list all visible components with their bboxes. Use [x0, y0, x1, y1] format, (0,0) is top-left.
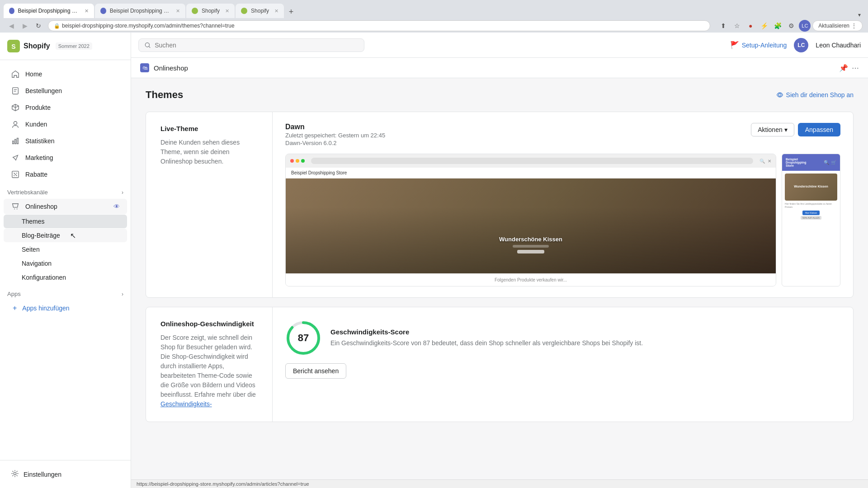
- preview-image-overlay: [286, 178, 776, 273]
- forward-button[interactable]: ▶: [19, 20, 31, 32]
- tab2-label: Beispiel Dropshipping Store: [110, 8, 170, 14]
- main-area: 🚩 Setup-Anleitung LC Leon Chaudhari 🛍 On…: [131, 33, 868, 488]
- tab-2[interactable]: Beispiel Dropshipping Store ✕: [95, 4, 185, 18]
- speed-score-title: Geschwindigkeits-Score: [330, 328, 643, 336]
- tab-dropdown[interactable]: ▾: [858, 12, 864, 18]
- discounts-icon: [11, 170, 20, 179]
- more-options-button[interactable]: ⋯: [852, 64, 859, 72]
- dot-green: [301, 159, 305, 163]
- search-bar[interactable]: [138, 38, 364, 52]
- vertriebskanaele-header[interactable]: Vertriebskanäle ›: [0, 186, 131, 198]
- settings-label: Einstellungen: [24, 471, 61, 478]
- live-theme-title: Live-Theme: [160, 125, 258, 132]
- sidebar-item-produkte[interactable]: Produkte: [4, 99, 127, 116]
- svg-rect-5: [15, 139, 16, 144]
- tab-3[interactable]: Shopify ✕: [186, 4, 235, 18]
- add-apps-icon: +: [13, 304, 17, 312]
- reload-button[interactable]: ↻: [33, 20, 44, 32]
- sidebar-subitem-blog-beitraege[interactable]: ↖ Blog-Beiträge: [4, 229, 127, 242]
- tab-1[interactable]: Beispiel Dropshipping Store ·... ✕: [4, 4, 94, 18]
- tab-bar: Beispiel Dropshipping Store ·... ✕ Beisp…: [0, 0, 868, 18]
- score-number: 87: [298, 332, 309, 344]
- mini-preview-desc-text: Hier finden Sie Ihre Lieblingsprodukte z…: [785, 202, 837, 209]
- home-icon: [11, 70, 20, 79]
- url-bar[interactable]: 🔒 beispiel-dropshipping-store.myshopify.…: [48, 20, 710, 31]
- mini-header-icons: 🔍 🛒: [824, 160, 836, 165]
- apps-header[interactable]: Apps ›: [0, 288, 131, 300]
- sidebar-subitem-themes[interactable]: Themes: [4, 215, 127, 228]
- tab3-close[interactable]: ✕: [225, 8, 229, 14]
- new-tab-button[interactable]: +: [285, 5, 297, 18]
- settings-item[interactable]: Einstellungen: [7, 466, 123, 483]
- live-theme-desc: Deine Kunden sehen dieses Theme, wenn si…: [160, 138, 258, 166]
- preview-hero-image: Wunderschöne Kissen: [286, 178, 776, 273]
- speed-link[interactable]: Geschwindigkeits-: [160, 400, 212, 408]
- pin-button[interactable]: 📌: [839, 64, 848, 72]
- search-input[interactable]: [155, 42, 359, 49]
- speed-score-area: 87 Geschwindigkeits-Score Ein Geschwindi…: [285, 320, 840, 356]
- sidebar-item-statistiken[interactable]: Statistiken: [4, 133, 127, 149]
- sidebar-item-home[interactable]: Home: [4, 66, 127, 82]
- sidebar-subitem-seiten[interactable]: Seiten: [4, 243, 127, 256]
- sidebar: S shopify Sommer 2022 Home Bestellungen: [0, 33, 131, 488]
- user-avatar[interactable]: LC: [794, 38, 808, 52]
- share-icon[interactable]: ⬆: [717, 20, 729, 32]
- tab2-close[interactable]: ✕: [176, 8, 180, 14]
- report-button-label: Bericht ansehen: [293, 367, 339, 375]
- extension-icon[interactable]: ⚡: [758, 20, 770, 32]
- address-bar: ◀ ▶ ↻ 🔒 beispiel-dropshipping-store.mysh…: [0, 18, 868, 33]
- tab1-close[interactable]: ✕: [85, 8, 89, 14]
- user-profile-icon[interactable]: LC: [799, 20, 811, 32]
- dot-yellow: [296, 159, 299, 163]
- status-bar: https://beispiel-dropshipping-store.mysh…: [131, 479, 868, 488]
- preview-store-name: Beispiel Dropshipping Store: [291, 170, 347, 175]
- report-button[interactable]: Bericht ansehen: [285, 363, 346, 379]
- bookmark-icon[interactable]: ☆: [731, 20, 743, 32]
- sidebar-item-bestellungen[interactable]: Bestellungen: [4, 83, 127, 99]
- tab3-favicon: [192, 8, 198, 14]
- aktionen-button[interactable]: Aktionen ▾: [751, 123, 794, 136]
- setup-link[interactable]: 🚩 Setup-Anleitung: [730, 41, 787, 49]
- tab2-favicon: [100, 8, 106, 14]
- vertriebskanaele-section: Vertriebskanäle › Onlineshop 👁 Themes ↖ …: [0, 186, 131, 284]
- tab4-close[interactable]: ✕: [274, 8, 278, 14]
- user-name[interactable]: Leon Chaudhari: [816, 42, 861, 49]
- dot-red: [290, 159, 294, 163]
- svg-point-8: [14, 209, 15, 210]
- extensions-menu-icon[interactable]: 🧩: [772, 20, 783, 32]
- preview-bottom-text: Folgenden Produkte verkaufen wir...: [286, 273, 776, 286]
- theme-header: Dawn Zuletzt gespeichert: Gestern um 22:…: [285, 123, 840, 146]
- browser-menu-icon[interactable]: ⚙: [785, 20, 797, 32]
- preview-browser-icons: 🔍 ✕: [760, 159, 771, 164]
- sidebar-item-marketing[interactable]: Marketing: [4, 150, 127, 166]
- apps-label: Apps: [7, 291, 21, 297]
- sidebar-subitem-themes-label: Themes: [22, 218, 45, 225]
- speed-score-desc: Ein Geschwindigkeits-Score von 87 bedeut…: [330, 338, 643, 348]
- sidebar-navigation: Home Bestellungen Produkte Kunden: [0, 60, 131, 460]
- tab1-label: Beispiel Dropshipping Store ·...: [18, 8, 79, 14]
- onlineshop-eye-icon: 👁: [113, 203, 120, 210]
- sidebar-item-rabatte[interactable]: Rabatte: [4, 166, 127, 183]
- back-button[interactable]: ◀: [5, 20, 17, 32]
- content-header: Themes Sieh dir deinen Shop an: [146, 89, 854, 101]
- sidebar-subitem-konfigurationen[interactable]: Konfigurationen: [4, 271, 127, 284]
- view-shop-link[interactable]: Sieh dir deinen Shop an: [776, 91, 854, 99]
- add-apps-item[interactable]: + Apps hinzufügen: [4, 300, 127, 316]
- anpassen-button[interactable]: Anpassen: [798, 123, 840, 136]
- live-theme-left: Live-Theme Deine Kunden sehen dieses The…: [146, 112, 273, 297]
- tab4-favicon: [241, 8, 247, 14]
- sidebar-subitem-navigation[interactable]: Navigation: [4, 257, 127, 270]
- sidebar-item-onlineshop[interactable]: Onlineshop 👁: [4, 199, 127, 214]
- sidebar-item-kunden[interactable]: Kunden: [4, 116, 127, 132]
- sidebar-item-kunden-label: Kunden: [25, 121, 47, 128]
- online-shop-page-icon: 🛍: [140, 63, 149, 72]
- preview-close-icon: ✕: [768, 159, 771, 164]
- update-button[interactable]: Aktualisieren ⋮: [812, 20, 863, 31]
- mini-preview-badge: 50% AUF ALLES: [801, 216, 821, 220]
- shopify-brand-name: shopify: [24, 42, 50, 50]
- add-apps-label: Apps hinzufügen: [22, 305, 69, 312]
- products-icon: [11, 103, 20, 112]
- tab-4[interactable]: Shopify ✕: [236, 4, 284, 18]
- browser-ext-icon[interactable]: ●: [745, 20, 756, 32]
- shopify-logo: S shopify: [7, 40, 50, 52]
